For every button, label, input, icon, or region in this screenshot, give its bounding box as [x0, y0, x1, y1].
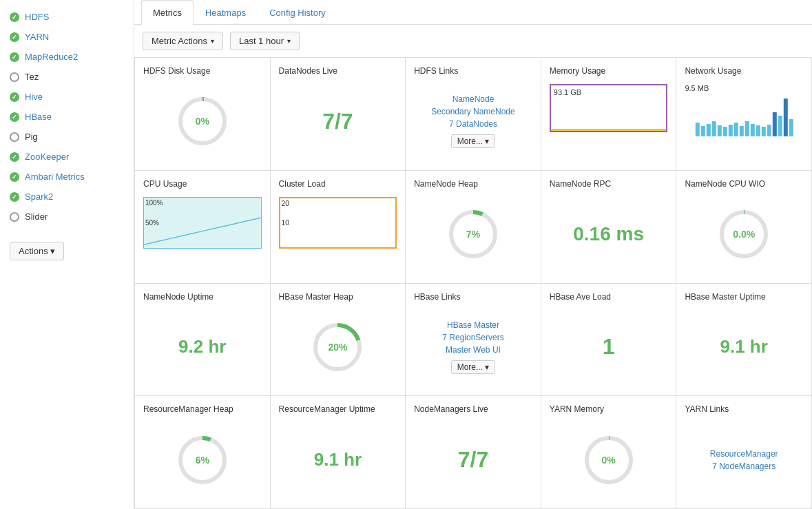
metric-title: NodeManagers Live	[414, 404, 488, 414]
metric-title: HBase Ave Load	[550, 292, 611, 302]
cluster-label-10: 10	[282, 219, 289, 227]
sidebar-item-spark2[interactable]: Spark2	[0, 187, 134, 207]
cpu-label-50: 50%	[145, 219, 159, 227]
sidebar-item-label: HBase	[25, 112, 52, 122]
metric-title: YARN Memory	[550, 404, 604, 414]
tab-metrics[interactable]: Metrics	[141, 0, 194, 25]
tab-config-history[interactable]: Config History	[258, 0, 337, 25]
svg-rect-17	[773, 112, 777, 136]
metric-actions-button[interactable]: Metric Actions ▾	[143, 32, 223, 50]
svg-rect-3	[696, 123, 700, 136]
metric-card-hbase-links: HBase Links HBase Master 7 RegionServers…	[406, 284, 541, 397]
metric-card-namenode-rpc: NameNode RPC 0.16 ms	[541, 171, 677, 284]
metric-links: ResourceManager 7 NodeManagers	[685, 419, 803, 500]
metric-value: 9.1 hr	[314, 449, 362, 470]
svg-rect-19	[784, 98, 788, 136]
metric-center: 7/7	[414, 419, 532, 500]
gauge-container: 0%	[175, 94, 230, 149]
pig-status-icon	[10, 132, 19, 142]
gauge-value: 0%	[196, 116, 209, 127]
sidebar-item-label: Pig	[25, 132, 38, 142]
sidebar-item-ambari-metrics[interactable]: Ambari Metrics	[0, 167, 134, 187]
sidebar-item-zookeeper[interactable]: ZooKeeper	[0, 147, 134, 167]
metric-center: 1	[550, 307, 668, 388]
zookeeper-status-icon	[10, 152, 19, 162]
sidebar-item-tez[interactable]: Tez	[0, 67, 134, 87]
link-namenode[interactable]: NameNode	[452, 94, 495, 104]
sidebar-item-label: Ambari Metrics	[25, 172, 85, 182]
metric-card-hbase-master-uptime: HBase Master Uptime 9.1 hr	[676, 284, 812, 397]
link-node-managers[interactable]: 7 NodeManagers	[712, 461, 775, 471]
tab-heatmaps[interactable]: Heatmaps	[194, 0, 258, 25]
metric-title: CPU Usage	[143, 179, 187, 189]
sidebar-item-yarn[interactable]: YARN	[0, 27, 134, 47]
link-hbase-master[interactable]: HBase Master	[447, 320, 499, 330]
toolbar: Metric Actions ▾ Last 1 hour ▾	[134, 25, 812, 57]
more-button[interactable]: More... ▾	[451, 360, 496, 374]
sidebar-item-hdfs[interactable]: HDFS	[0, 7, 134, 27]
svg-rect-20	[789, 119, 793, 136]
sidebar-actions: Actions ▾	[0, 232, 134, 270]
svg-rect-13	[751, 124, 755, 136]
svg-rect-7	[718, 125, 722, 136]
metric-title: HDFS Links	[414, 66, 458, 76]
main-content: Metrics Heatmaps Config History Metric A…	[134, 0, 812, 509]
sidebar-item-label: Slider	[25, 211, 48, 222]
svg-rect-14	[756, 125, 760, 136]
metric-value: 9.2 hr	[178, 336, 226, 357]
sidebar-item-label: YARN	[25, 32, 49, 42]
metric-center: 9.1 hr	[685, 307, 803, 388]
sidebar-item-label: Hive	[25, 92, 43, 102]
metric-value: 9.1 hr	[720, 336, 768, 357]
sidebar-item-label: ZooKeeper	[25, 152, 69, 162]
metric-card-namenode-uptime: NameNode Uptime 9.2 hr	[135, 284, 271, 397]
metric-title: NameNode Heap	[414, 179, 478, 189]
svg-rect-10	[734, 123, 738, 136]
time-range-button[interactable]: Last 1 hour ▾	[230, 32, 300, 50]
gauge-container: 0%	[581, 433, 636, 488]
sidebar-item-label: Spark2	[25, 191, 53, 202]
sidebar-item-pig[interactable]: Pig	[0, 127, 134, 147]
metric-card-hbase-ave-load: HBase Ave Load 1	[541, 284, 677, 397]
sidebar-item-mapreduce2[interactable]: MapReduce2	[0, 47, 134, 67]
metric-title: HDFS Disk Usage	[143, 66, 210, 76]
metric-card-hbase-master-heap: HBase Master Heap 20%	[271, 284, 406, 397]
link-region-servers[interactable]: 7 RegionServers	[442, 333, 503, 342]
more-button[interactable]: More... ▾	[451, 134, 496, 148]
metric-title: ResourceManager Uptime	[279, 404, 375, 414]
metric-card-hdfs-disk-usage: HDFS Disk Usage 0%	[135, 58, 271, 171]
metric-card-datanodes-live: DataNodes Live 7/7	[271, 58, 406, 171]
gauge-value: 0%	[601, 455, 615, 466]
sidebar-item-label: MapReduce2	[25, 52, 78, 62]
metric-title: NameNode Uptime	[143, 292, 214, 302]
memory-used-bar	[551, 129, 667, 131]
gauge-container: 7%	[446, 207, 501, 262]
memory-chart: 93.1 GB	[550, 84, 668, 132]
slider-status-icon	[10, 212, 19, 222]
link-resource-manager[interactable]: ResourceManager	[710, 449, 778, 459]
memory-label: 93.1 GB	[554, 88, 581, 96]
sidebar-item-hive[interactable]: Hive	[0, 87, 134, 107]
cpu-label-100: 100%	[145, 199, 163, 207]
sidebar-item-hbase[interactable]: HBase	[0, 107, 134, 127]
gauge-center: 7%	[414, 194, 532, 275]
link-master-web-ui[interactable]: Master Web UI	[446, 345, 501, 355]
metric-title: HBase Links	[414, 292, 460, 302]
svg-rect-15	[762, 127, 766, 136]
metrics-grid: HDFS Disk Usage 0% DataNodes Live 7/7 HD…	[134, 57, 812, 509]
gauge-center: 20%	[279, 307, 397, 388]
tez-status-icon	[10, 72, 19, 82]
actions-button[interactable]: Actions ▾	[10, 242, 64, 260]
metric-card-yarn-memory: YARN Memory 0%	[541, 396, 677, 509]
svg-rect-8	[723, 127, 727, 136]
metric-title: HBase Master Uptime	[685, 292, 765, 302]
sidebar-item-slider[interactable]: Slider	[0, 207, 134, 227]
link-datanodes[interactable]: 7 DataNodes	[449, 119, 497, 129]
link-secondary-namenode[interactable]: Secondary NameNode	[431, 107, 514, 116]
metric-card-nodemanagers-live: NodeManagers Live 7/7	[406, 396, 541, 509]
gauge-center: 0%	[550, 419, 668, 500]
ambari-metrics-status-icon	[10, 172, 19, 182]
metric-card-cluster-load: Cluster Load 20 10	[271, 171, 406, 284]
metric-card-namenode-heap: NameNode Heap 7%	[406, 171, 541, 284]
metric-card-cpu-usage: CPU Usage 100% 50%	[135, 171, 271, 284]
